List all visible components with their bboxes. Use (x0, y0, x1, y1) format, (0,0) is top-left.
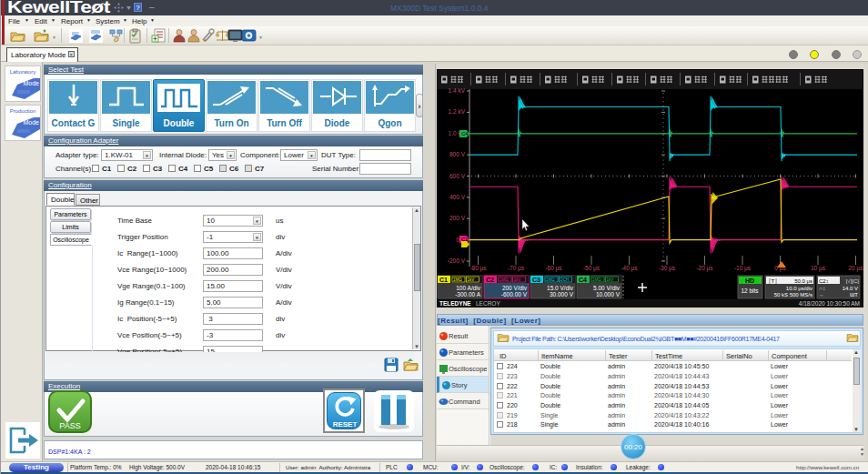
svg-text:C2↕: C2↕ (819, 278, 829, 284)
svg-text:[√][C]: [√][C] (846, 278, 860, 284)
svg-text:50.0 μs: 50.0 μs (794, 278, 812, 284)
svg-text:-80 μs: -80 μs (469, 265, 487, 272)
svg-text:30.000 V: 30.000 V (550, 291, 574, 298)
svg-text:1MΩ: 1MΩ (500, 277, 509, 282)
svg-text:Mode: Mode (23, 80, 39, 86)
svg-text:1MΩ: 1MΩ (453, 277, 462, 282)
svg-text:-40 μs: -40 μs (621, 265, 638, 272)
svg-text:C4: C4 (579, 277, 587, 283)
svg-text:-60 μs: -60 μs (545, 265, 562, 272)
svg-text:DCH: DCH (560, 277, 570, 282)
svg-text:RESET: RESET (333, 420, 358, 429)
svg-text:-70 μs: -70 μs (508, 265, 525, 272)
svg-text:↔: ↔ (819, 292, 824, 298)
svg-text:400 V: 400 V (449, 194, 466, 200)
svg-text:15.0 V/div: 15.0 V/div (547, 285, 574, 291)
svg-text:1kV: 1kV (607, 277, 614, 282)
svg-text:C1: C1 (439, 277, 448, 283)
svg-text:TELEDYNE: TELEDYNE (439, 300, 471, 307)
svg-text:Mode: Mode (23, 119, 39, 126)
svg-text:PASS: PASS (59, 421, 80, 430)
svg-text:10 μs: 10 μs (811, 265, 826, 272)
svg-text:200 V: 200 V (449, 215, 466, 221)
svg-text:20 μs: 20 μs (848, 265, 863, 272)
svg-text:-50 μs: -50 μs (583, 265, 601, 272)
svg-text:200 V/div: 200 V/div (502, 285, 528, 291)
svg-text:C2: C2 (486, 277, 494, 283)
svg-text:-200 V: -200 V (448, 257, 466, 264)
svg-text:⌠T⌡: ⌠T⌡ (768, 277, 778, 285)
svg-text:5.00 V/div: 5.00 V/div (593, 285, 621, 291)
svg-text:C4: C4 (461, 131, 469, 136)
svg-text:-300.00 A: -300.00 A (455, 291, 480, 298)
svg-text:100 A/div: 100 A/div (456, 285, 480, 291)
svg-text:600 V: 600 V (449, 173, 466, 179)
svg-text:-30 μs: -30 μs (659, 265, 676, 272)
svg-text:1kV: 1kV (468, 277, 475, 282)
svg-text:C3: C3 (532, 277, 540, 283)
svg-text:12 bits: 12 bits (741, 287, 759, 294)
svg-text:800 V: 800 V (449, 151, 466, 157)
svg-text:10.0 μs/div: 10.0 μs/div (786, 286, 812, 291)
svg-text:1MΩ: 1MΩ (546, 277, 555, 282)
svg-text:ƜT: ƜT (850, 292, 858, 298)
svg-text:1MΩ: 1MΩ (592, 277, 601, 282)
svg-text:-20 μs: -20 μs (696, 265, 713, 272)
svg-text:4/18/2020 10:30:50 AM: 4/18/2020 10:30:50 AM (799, 300, 860, 307)
svg-text:1.4 kV: 1.4 kV (449, 87, 466, 94)
svg-text:1.2 kV: 1.2 kV (449, 108, 466, 115)
svg-text:LECROY: LECROY (476, 300, 500, 307)
svg-text:-600.00 V: -600.00 V (501, 291, 528, 298)
svg-text:1kV: 1kV (514, 277, 521, 282)
svg-text:HD: HD (745, 277, 754, 284)
svg-text:-10 μs: -10 μs (734, 265, 752, 272)
svg-text:∩↕: ∩↕ (819, 286, 825, 291)
svg-text:14.0 V: 14.0 V (843, 286, 858, 291)
svg-text:50 kS 500 MS/s: 50 kS 500 MS/s (774, 292, 812, 298)
svg-text:10.000 V: 10.000 V (596, 291, 621, 298)
